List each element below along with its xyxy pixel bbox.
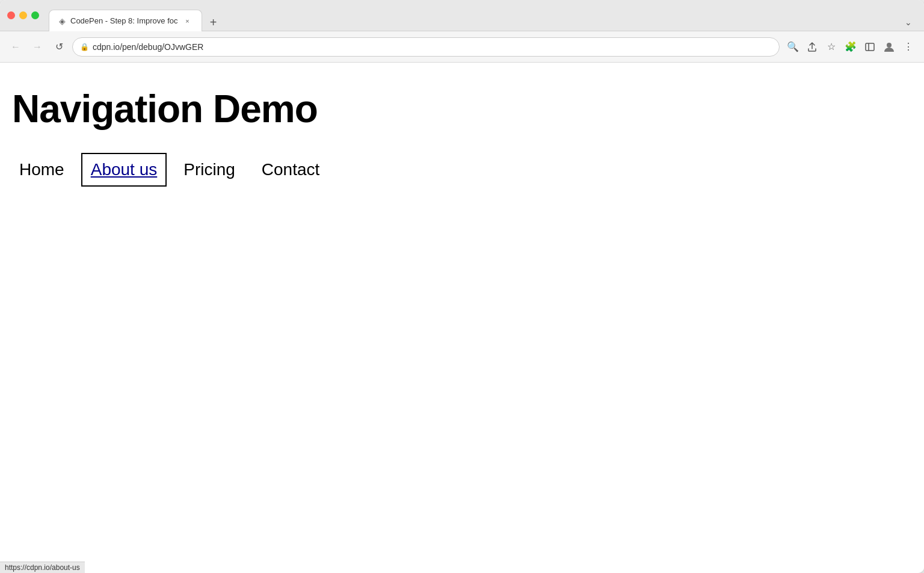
- sidebar-icon-button[interactable]: [861, 39, 878, 55]
- status-url: https://cdpn.io/about-us: [5, 563, 80, 572]
- tab-list-chevron[interactable]: ⌄: [900, 14, 917, 31]
- back-button[interactable]: ←: [7, 39, 24, 55]
- page-content: Navigation Demo Home About us Pricing Co…: [0, 63, 924, 573]
- nav-link-contact[interactable]: Contact: [254, 155, 327, 184]
- page-title: Navigation Demo: [12, 87, 912, 131]
- reload-button[interactable]: ↺: [51, 39, 67, 55]
- toolbar-icons: 🔍 ☆ 🧩 ⋮: [784, 39, 917, 55]
- share-icon-button[interactable]: [804, 39, 821, 55]
- lock-icon: 🔒: [80, 43, 89, 51]
- status-bar: https://cdpn.io/about-us: [0, 562, 85, 573]
- main-navigation: Home About us Pricing Contact: [12, 155, 912, 184]
- nav-link-home[interactable]: Home: [12, 155, 72, 184]
- traffic-light-minimize[interactable]: [19, 11, 27, 19]
- traffic-light-close[interactable]: [7, 11, 15, 19]
- active-tab[interactable]: ◈ CodePen - Step 8: Improve foc ×: [49, 10, 202, 31]
- tab-close-button[interactable]: ×: [182, 16, 192, 26]
- url-text: cdpn.io/pen/debug/OJvwGER: [93, 42, 772, 52]
- forward-button[interactable]: →: [29, 39, 46, 55]
- svg-rect-0: [866, 43, 874, 51]
- tab-codepen-icon: ◈: [59, 16, 66, 26]
- menu-button[interactable]: ⋮: [900, 39, 917, 55]
- traffic-light-maximize[interactable]: [31, 11, 39, 19]
- svg-point-2: [887, 43, 892, 48]
- traffic-lights: [7, 11, 39, 19]
- profile-icon-button[interactable]: [881, 39, 898, 55]
- extensions-icon-button[interactable]: 🧩: [842, 39, 859, 55]
- search-icon-button[interactable]: 🔍: [784, 39, 801, 55]
- toolbar: ← → ↺ 🔒 cdpn.io/pen/debug/OJvwGER 🔍 ☆ 🧩: [0, 31, 924, 63]
- title-bar: ◈ CodePen - Step 8: Improve foc × + ⌄: [0, 0, 924, 31]
- browser-window: ◈ CodePen - Step 8: Improve foc × + ⌄ ← …: [0, 0, 924, 573]
- new-tab-button[interactable]: +: [205, 14, 221, 31]
- tab-title: CodePen - Step 8: Improve foc: [70, 16, 177, 25]
- nav-link-about[interactable]: About us: [84, 155, 165, 184]
- nav-link-pricing[interactable]: Pricing: [176, 155, 242, 184]
- address-bar[interactable]: 🔒 cdpn.io/pen/debug/OJvwGER: [72, 37, 780, 57]
- tabs-area: ◈ CodePen - Step 8: Improve foc × + ⌄: [49, 0, 917, 31]
- bookmark-icon-button[interactable]: ☆: [823, 39, 840, 55]
